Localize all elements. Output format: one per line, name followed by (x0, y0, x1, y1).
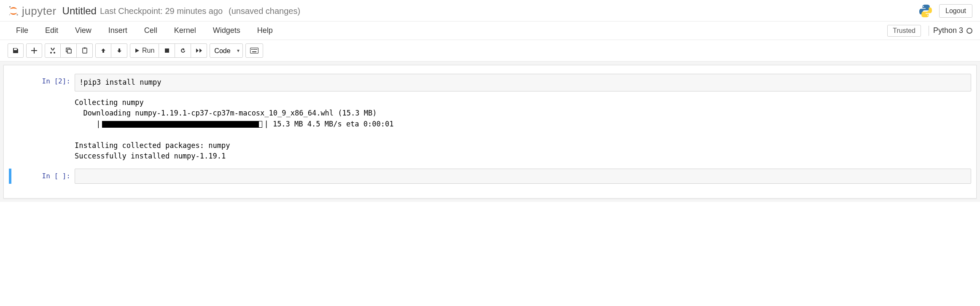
svg-point-1 (16, 14, 18, 16)
menu-help[interactable]: Help (249, 22, 281, 39)
notebook: In [2]: !pip3 install numpy Collecting n… (3, 65, 977, 199)
code-cell[interactable]: In [2]: !pip3 install numpy (9, 74, 971, 91)
cell-prompt: In [ ]: (11, 169, 75, 180)
run-label: Run (142, 47, 154, 54)
svg-rect-6 (67, 49, 71, 53)
logout-button[interactable]: Logout (939, 4, 972, 18)
menu-edit[interactable]: Edit (37, 22, 67, 39)
play-icon (135, 48, 140, 53)
restart-run-all-button[interactable] (191, 43, 207, 58)
progress-bar (102, 121, 262, 128)
cell-type-select[interactable]: Code (210, 43, 243, 58)
notebook-title[interactable]: Untitled (62, 5, 97, 17)
fast-forward-icon (196, 48, 202, 53)
divider (929, 26, 929, 36)
cut-icon (49, 47, 56, 54)
unsaved-text: (unsaved changes) (229, 6, 300, 16)
trusted-indicator[interactable]: Trusted (887, 25, 921, 37)
menu-widgets[interactable]: Widgets (205, 22, 249, 39)
cell-output: Collecting numpy Downloading numpy-1.19.… (75, 94, 971, 169)
svg-point-3 (923, 6, 924, 7)
arrow-down-icon (116, 48, 122, 54)
svg-point-4 (927, 15, 928, 16)
cut-button[interactable] (45, 43, 61, 58)
toolbar: Run Code ▾ (0, 40, 980, 62)
keyboard-icon (250, 48, 258, 54)
copy-icon (65, 47, 72, 54)
notebook-container: In [2]: !pip3 install numpy Collecting n… (0, 62, 980, 202)
restart-button[interactable] (175, 43, 191, 58)
svg-point-2 (9, 14, 11, 16)
jupyter-logo-text: jupyter (22, 5, 57, 18)
python-icon (918, 3, 933, 19)
menu-cell[interactable]: Cell (136, 22, 166, 39)
copy-button[interactable] (61, 43, 77, 58)
code-input[interactable]: !pip3 install numpy (75, 74, 971, 91)
svg-rect-15 (256, 49, 257, 50)
command-palette-button[interactable] (245, 43, 263, 58)
plus-icon (31, 48, 37, 54)
menu-insert[interactable]: Insert (100, 22, 136, 39)
move-up-button[interactable] (95, 43, 111, 58)
svg-rect-8 (84, 48, 86, 49)
menu-view[interactable]: View (67, 22, 100, 39)
paste-button[interactable] (77, 43, 93, 58)
svg-rect-16 (252, 51, 256, 52)
svg-rect-14 (255, 49, 256, 50)
svg-rect-7 (83, 48, 87, 53)
cell-prompt: In [2]: (11, 74, 75, 85)
svg-rect-9 (165, 48, 169, 53)
menu-kernel[interactable]: Kernel (166, 22, 205, 39)
stop-icon (164, 48, 170, 53)
kernel-name[interactable]: Python 3 (933, 26, 963, 35)
svg-rect-12 (253, 49, 253, 50)
run-button[interactable]: Run (130, 43, 159, 58)
svg-rect-10 (250, 48, 258, 54)
code-cell[interactable]: In [ ]: (9, 169, 971, 184)
arrow-up-icon (100, 48, 106, 54)
menu-file[interactable]: File (8, 22, 37, 39)
jupyter-logo[interactable]: jupyter (8, 5, 57, 18)
kernel-status-icon (967, 28, 972, 34)
paste-icon (81, 47, 88, 54)
menubar: File Edit View Insert Cell Kernel Widget… (0, 21, 980, 40)
header: jupyter Untitled Last Checkpoint: 29 min… (0, 0, 980, 21)
move-down-button[interactable] (111, 43, 127, 58)
add-cell-button[interactable] (26, 43, 42, 58)
checkpoint-text: Last Checkpoint: 29 minutes ago (100, 6, 223, 16)
svg-rect-11 (251, 49, 252, 50)
save-icon (12, 47, 19, 54)
restart-icon (180, 47, 186, 54)
code-input[interactable] (75, 169, 971, 184)
interrupt-button[interactable] (159, 43, 175, 58)
svg-rect-13 (254, 49, 255, 50)
svg-point-0 (9, 6, 11, 8)
save-button[interactable] (8, 43, 24, 58)
jupyter-icon (8, 5, 19, 17)
